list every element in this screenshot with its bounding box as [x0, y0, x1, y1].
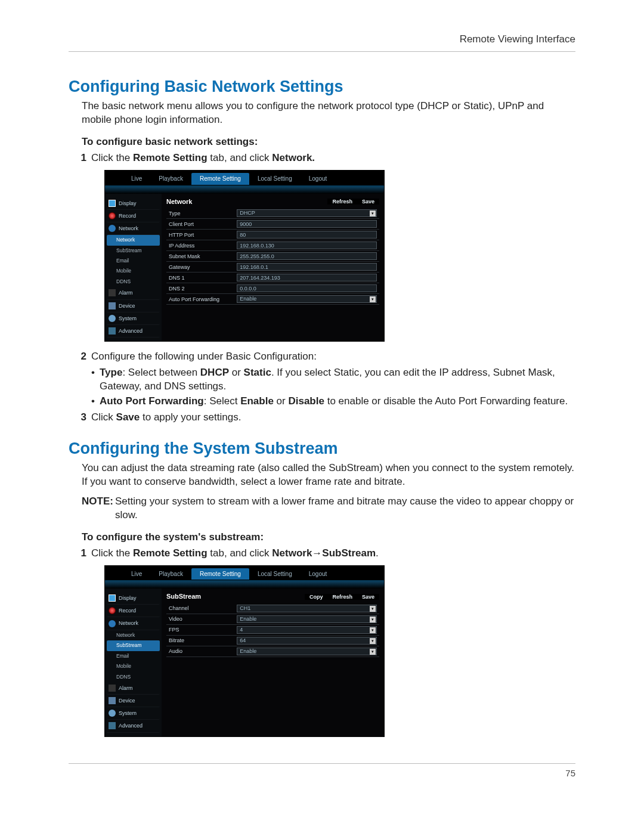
- sidebar-sub-substream[interactable]: SubStream: [107, 246, 160, 256]
- section2-intro: You can adjust the data streaming rate (…: [82, 462, 575, 489]
- s1-step1: 1 Click the Remote Setting tab, and clic…: [69, 151, 575, 342]
- apf-select[interactable]: Enable▾: [237, 295, 377, 303]
- tab-bar: Live Playback Remote Setting Local Setti…: [105, 566, 384, 582]
- note-block: NOTE: Setting your system to stream with…: [82, 495, 575, 522]
- tab-bar: Live Playback Remote Setting Local Setti…: [105, 171, 384, 187]
- text-bold: Network.: [272, 152, 315, 163]
- chevron-down-icon: ▾: [370, 627, 376, 633]
- sidebar-item-record[interactable]: Record: [107, 210, 160, 222]
- text-bold: Remote Setting: [133, 152, 208, 163]
- advanced-icon: [109, 327, 116, 335]
- step-number: 3: [70, 411, 86, 425]
- http-port-input[interactable]: 80: [237, 231, 377, 239]
- doc-header-right: Remote Viewing Interface: [69, 33, 575, 47]
- sidebar-item-display[interactable]: Display: [107, 592, 160, 605]
- alarm-icon: [109, 685, 116, 692]
- sidebar-item-network[interactable]: Network: [107, 222, 160, 235]
- tab-remote-setting[interactable]: Remote Setting: [191, 173, 249, 185]
- client-port-input[interactable]: 9000: [237, 220, 377, 228]
- sidebar-sub-email[interactable]: Email: [107, 651, 160, 661]
- label-ip: IP Address: [166, 240, 234, 251]
- text: tab, and click: [208, 547, 273, 559]
- sidebar-item-label: Network: [119, 620, 138, 627]
- sidebar-sub-mobile[interactable]: Mobile: [107, 266, 160, 276]
- sidebar-item-label: Advanced: [119, 327, 143, 335]
- record-icon: [109, 212, 116, 219]
- sidebar-sub-email[interactable]: Email: [107, 256, 160, 266]
- s1-step2: 2 Configure the following under Basic Co…: [69, 350, 575, 408]
- label-fps: FPS: [166, 625, 234, 636]
- audio-select[interactable]: Enable▾: [237, 648, 377, 655]
- select-value: 64: [240, 637, 246, 644]
- video-select[interactable]: Enable▾: [237, 615, 377, 623]
- tab-live[interactable]: Live: [123, 173, 150, 185]
- sidebar-item-alarm[interactable]: Alarm: [107, 682, 160, 695]
- label-dns1: DNS 1: [166, 272, 234, 283]
- fps-select[interactable]: 4▾: [237, 626, 377, 634]
- save-button[interactable]: Save: [357, 594, 379, 600]
- label-gateway: Gateway: [166, 262, 234, 272]
- sidebar-sub-ddns[interactable]: DDNS: [107, 277, 160, 287]
- note-body: Setting your system to stream with a low…: [115, 495, 575, 522]
- sidebar-sub-substream[interactable]: SubStream: [107, 640, 160, 651]
- ip-input[interactable]: 192.168.0.130: [237, 241, 377, 249]
- select-value: Enable: [240, 648, 256, 655]
- tab-remote-setting[interactable]: Remote Setting: [191, 568, 249, 580]
- text: : Select between: [122, 367, 200, 378]
- sidebar-item-label: Device: [119, 697, 135, 704]
- label-video: Video: [166, 614, 234, 625]
- section2-subhead: To configure the system's substream:: [82, 531, 575, 544]
- tab-playback[interactable]: Playback: [150, 568, 191, 580]
- s2-step1: 1 Click the Remote Setting tab, and clic…: [69, 547, 575, 737]
- dns1-input[interactable]: 207.164.234.193: [237, 274, 377, 281]
- sidebar-item-network[interactable]: Network: [107, 617, 160, 630]
- label-subnet: Subnet Mask: [166, 251, 234, 262]
- sidebar-item-system[interactable]: System: [107, 707, 160, 720]
- sidebar-item-advanced[interactable]: Advanced: [107, 720, 160, 732]
- sidebar-item-label: Display: [119, 200, 137, 207]
- panel-title: Network: [166, 197, 192, 206]
- sidebar-sub-ddns[interactable]: DDNS: [107, 672, 160, 682]
- type-select[interactable]: DHCP▾: [237, 209, 377, 217]
- sidebar-item-record[interactable]: Record: [107, 605, 160, 617]
- sidebar-sub-network[interactable]: Network: [107, 235, 160, 245]
- network-icon: [109, 620, 116, 627]
- tab-local-setting[interactable]: Local Setting: [249, 568, 301, 580]
- tab-logout[interactable]: Logout: [301, 568, 336, 580]
- network-form: TypeDHCP▾ Client Port9000 HTTP Port80 IP…: [166, 208, 379, 305]
- channel-select[interactable]: CH1▾: [237, 605, 377, 612]
- sidebar-item-system[interactable]: System: [107, 312, 160, 325]
- text-bold: Network→SubStream: [272, 547, 376, 559]
- tab-local-setting[interactable]: Local Setting: [249, 173, 301, 185]
- sidebar-item-display[interactable]: Display: [107, 197, 160, 210]
- settings-sidebar: Display Record Network Network SubStream…: [105, 589, 162, 736]
- subnet-input[interactable]: 255.255.255.0: [237, 252, 377, 260]
- text-bold: Enable: [240, 395, 274, 407]
- device-icon: [109, 697, 116, 704]
- select-value: 4: [240, 627, 243, 633]
- sidebar-item-device[interactable]: Device: [107, 300, 160, 312]
- label-apf: Auto Port Forwarding: [166, 294, 234, 305]
- dns2-input[interactable]: 0.0.0.0: [237, 284, 377, 292]
- chevron-down-icon: ▾: [370, 210, 376, 216]
- sidebar-item-label: Display: [119, 594, 137, 602]
- copy-button[interactable]: Copy: [305, 594, 328, 600]
- refresh-button[interactable]: Refresh: [327, 199, 357, 205]
- gateway-input[interactable]: 192.168.0.1: [237, 263, 377, 271]
- text: to enable or disable the Auto Port Forwa…: [324, 395, 568, 407]
- text-bold: Type: [100, 367, 122, 378]
- tab-live[interactable]: Live: [123, 568, 150, 580]
- sidebar-item-device[interactable]: Device: [107, 695, 160, 707]
- sidebar-item-label: Alarm: [119, 685, 133, 692]
- text: or: [229, 367, 244, 378]
- save-button[interactable]: Save: [357, 199, 379, 205]
- tab-logout[interactable]: Logout: [301, 173, 336, 185]
- sidebar-item-alarm[interactable]: Alarm: [107, 287, 160, 299]
- refresh-button[interactable]: Refresh: [327, 594, 357, 600]
- sidebar-sub-network[interactable]: Network: [107, 630, 160, 640]
- sidebar-item-advanced[interactable]: Advanced: [107, 325, 160, 337]
- sidebar-sub-mobile[interactable]: Mobile: [107, 661, 160, 671]
- bitrate-select[interactable]: 64▾: [237, 637, 377, 645]
- tab-playback[interactable]: Playback: [150, 173, 191, 185]
- bullet-type: Type: Select between DHCP or Static. If …: [91, 366, 575, 394]
